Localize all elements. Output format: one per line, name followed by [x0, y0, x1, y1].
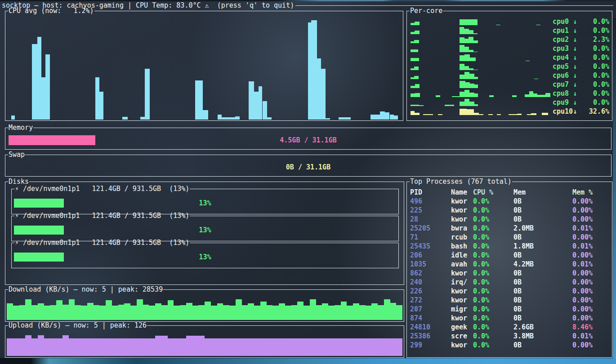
- lightning-icon: ⚡: [15, 185, 23, 193]
- core-sparkline: [411, 26, 551, 34]
- pid-cell: 240: [410, 278, 451, 287]
- cpu-avg-chart: [6, 16, 402, 120]
- net-bar: [50, 305, 56, 320]
- net-bar: [174, 306, 180, 320]
- net-bar: [328, 306, 335, 320]
- cpu-cell: 0.0%: [473, 251, 513, 260]
- net-bar: [371, 338, 378, 356]
- processes-title-text: Top Processes (767 total): [410, 177, 512, 186]
- spark-bar: [415, 84, 420, 88]
- spark-bar: [479, 114, 483, 115]
- upload-chart: [7, 333, 402, 356]
- spark-bar: [460, 102, 464, 106]
- cpu-history-bar: [259, 86, 263, 120]
- net-bar: [168, 300, 174, 320]
- upload-title-text: Upload (KB/s) — now: 5 | peak: 126: [8, 321, 147, 330]
- net-bar: [99, 338, 106, 356]
- net-bar: [272, 306, 279, 320]
- swap-panel-title: Swap: [5, 150, 612, 159]
- spark-bar: [411, 58, 419, 61]
- net-bar: [192, 306, 199, 320]
- spark-bar: [512, 95, 516, 97]
- net-bar: [130, 338, 137, 356]
- process-row: 25435bash0.0%1.8MB0.01%: [407, 242, 612, 251]
- core-name: cpu5 ↓: [553, 62, 577, 71]
- memp-cell: 0.01%: [572, 332, 612, 341]
- cpu-history-bar: [95, 77, 99, 120]
- net-bar: [335, 305, 341, 320]
- core-row: cpu0 ↓0.0%: [410, 17, 610, 26]
- disks-panel: Disks ⚡/dev/nvme0n1p1 121.4GB / 931.5GB …: [5, 182, 404, 285]
- core-usage-value: 0.0%: [593, 26, 609, 35]
- name-cell: kwor: [451, 314, 473, 323]
- cpu-history-bar: [41, 77, 45, 120]
- lightning-icon: ⚡: [15, 212, 23, 220]
- cpu-cell: 0.0%: [473, 215, 513, 224]
- processes-header-row: PID Name CPU % Mem Mem %: [407, 188, 612, 197]
- net-bar: [211, 338, 217, 356]
- pid-cell: 25386: [410, 332, 451, 341]
- process-row: 874kwor0.0%0B0.00%: [407, 314, 612, 323]
- net-bar: [137, 299, 143, 320]
- name-cell: avah: [451, 260, 473, 269]
- net-bar: [143, 305, 149, 320]
- app-title: socktop — host: cachyos-gaming | CPU Tem…: [2, 1, 294, 10]
- spark-bar: [488, 114, 492, 115]
- net-bar: [279, 338, 285, 356]
- net-bar: [62, 335, 69, 356]
- cpu-history-bar: [308, 22, 311, 120]
- core-usage-value: 0.0%: [593, 80, 609, 89]
- disk-title-text: /dev/nvme0n1p1 121.4GB / 931.5GB (13%): [23, 212, 189, 220]
- upload-panel: Upload (KB/s) — now: 5 | peak: 126: [5, 325, 404, 358]
- core-usage-value: 0.0%: [593, 98, 609, 107]
- net-bar: [248, 338, 254, 356]
- core-sparkline: [411, 17, 551, 25]
- net-bar: [174, 338, 180, 356]
- core-usage-value: 0.0%: [593, 17, 609, 26]
- net-bar: [69, 299, 75, 320]
- terminal-window[interactable]: socktop — host: cachyos-gaming | CPU Tem…: [0, 0, 616, 364]
- process-row: 225kwor0.0%0B0.00%: [407, 206, 612, 215]
- name-cell: scre: [451, 332, 473, 341]
- net-bar: [118, 305, 125, 320]
- spark-bar: [415, 22, 420, 25]
- spark-bar: [473, 70, 478, 70]
- core-sparkline: [411, 89, 551, 97]
- net-bar: [106, 338, 112, 356]
- memp-cell: 0.01%: [572, 260, 612, 269]
- spark-bar: [474, 93, 478, 97]
- net-bar: [378, 338, 384, 356]
- core-row: cpu1 ↓0.0%: [410, 26, 610, 35]
- memory-panel-title: Memory: [5, 123, 612, 132]
- memp-cell: 0.00%: [572, 251, 612, 260]
- net-bar: [186, 336, 192, 356]
- name-cell: kwor: [451, 206, 473, 215]
- net-bar: [50, 338, 56, 356]
- name-cell: irq/: [451, 278, 473, 287]
- memp-cell: 0.00%: [572, 305, 612, 314]
- cpu-history-bar: [32, 44, 37, 120]
- cpu-history-bar: [390, 115, 394, 120]
- memp-cell: 0.00%: [572, 269, 612, 278]
- net-bar: [75, 305, 81, 320]
- process-row: 206idle0.0%0B0.00%: [407, 251, 612, 260]
- net-bar: [19, 338, 26, 356]
- net-bar: [186, 303, 192, 320]
- spark-bar: [489, 95, 494, 97]
- spark-bar: [423, 114, 433, 115]
- swap-gauge: 0B / 31.1GB: [9, 162, 608, 172]
- net-bar: [118, 338, 125, 356]
- memory-gauge: 4.5GB / 31.1GB: [9, 135, 608, 145]
- core-row: cpu9 ↓0.0%: [410, 98, 610, 107]
- net-bar: [359, 338, 366, 356]
- spark-bar: [474, 104, 478, 106]
- name-cell: idle: [451, 251, 473, 260]
- name-cell: kwor: [451, 287, 473, 296]
- spark-bar: [411, 49, 418, 52]
- cpu-avg-panel: CPU avg (now: 1.2%): [5, 11, 403, 121]
- spark-bar: [496, 25, 500, 25]
- cpu-history-bar: [235, 116, 240, 120]
- net-bar: [217, 338, 223, 356]
- net-bar: [384, 299, 390, 320]
- net-bar: [62, 305, 69, 320]
